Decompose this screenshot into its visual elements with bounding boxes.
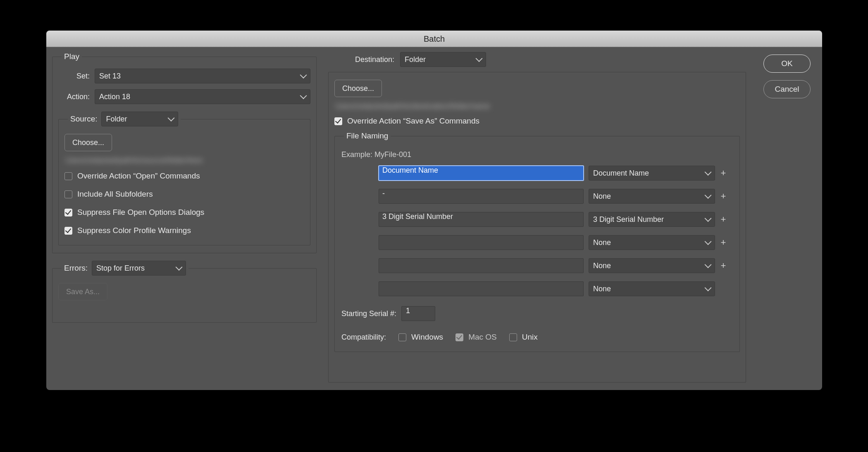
destination-path: Users/redacted/path/to/destination/folde… <box>335 102 740 111</box>
naming-grid: Document NameDocument Name+-None+3 Digit… <box>379 166 734 296</box>
checkbox-icon <box>64 227 72 235</box>
file-naming-group: File Naming Example: MyFile-001 Document… <box>334 131 740 352</box>
file-naming-legend: File Naming <box>344 131 391 140</box>
checkbox-icon <box>398 333 406 341</box>
source-group: Source: Folder Choose... Users/redacted/… <box>58 112 310 245</box>
naming-type-1[interactable]: None <box>589 189 715 204</box>
compat-windows-label: Windows <box>411 333 443 342</box>
compat-unix-checkbox[interactable]: Unix <box>509 333 538 342</box>
compat-unix-label: Unix <box>522 333 538 342</box>
set-select[interactable]: Set 13 <box>95 69 310 83</box>
dialog-title: Batch <box>46 31 822 47</box>
naming-type-4[interactable]: None <box>589 258 715 273</box>
source-select[interactable]: Folder <box>101 112 178 126</box>
errors-group: Errors: Stop for Errors Save As... <box>52 261 317 323</box>
naming-type-3[interactable]: None <box>589 235 715 250</box>
source-legend-wrap: Source: Folder <box>68 112 181 126</box>
source-value: Folder <box>106 115 127 124</box>
play-group: Play Set: Set 13 Action: Action 18 <box>52 52 317 253</box>
checkbox-icon <box>334 117 342 125</box>
naming-text-2[interactable]: 3 Digit Serial Number <box>379 212 584 227</box>
suppress-dialogs-checkbox[interactable]: Suppress File Open Options Dialogs <box>64 208 304 217</box>
starting-serial-label: Starting Serial #: <box>341 309 396 318</box>
set-value: Set 13 <box>99 72 121 81</box>
cancel-button[interactable]: Cancel <box>763 80 811 98</box>
naming-plus-3[interactable]: + <box>720 237 727 248</box>
naming-type-5[interactable]: None <box>589 281 715 296</box>
naming-text-3[interactable] <box>379 235 584 250</box>
naming-text-4[interactable] <box>379 258 584 273</box>
errors-legend-wrap: Errors: Stop for Errors <box>62 261 188 276</box>
include-subfolders-checkbox[interactable]: Include All Subfolders <box>64 190 304 199</box>
compat-mac-checkbox: Mac OS <box>455 333 497 342</box>
naming-type-0[interactable]: Document Name <box>589 166 715 181</box>
source-path: Users/redacted/path/to/source/folder/her… <box>65 156 304 165</box>
errors-label: Errors: <box>64 264 88 273</box>
override-saveas-checkbox[interactable]: Override Action “Save As” Commands <box>334 117 479 126</box>
save-as-button[interactable]: Save As... <box>58 283 107 300</box>
source-label: Source: <box>70 114 97 124</box>
naming-text-0[interactable]: Document Name <box>379 166 584 181</box>
naming-text-1[interactable]: - <box>379 189 584 204</box>
right-column: OK Cancel <box>758 52 816 384</box>
compatibility-label: Compatibility: <box>341 333 386 342</box>
starting-serial-input[interactable]: 1 <box>401 306 435 321</box>
naming-plus-2[interactable]: + <box>720 214 727 225</box>
compat-mac-label: Mac OS <box>468 333 497 342</box>
override-saveas-label: Override Action “Save As” Commands <box>347 117 479 126</box>
play-legend: Play <box>62 52 82 61</box>
destination-label: Destination: <box>332 55 394 64</box>
naming-text-5[interactable] <box>379 281 584 296</box>
example-text: Example: MyFile-001 <box>341 150 734 159</box>
include-subfolders-label: Include All Subfolders <box>77 190 153 199</box>
errors-select[interactable]: Stop for Errors <box>92 261 186 276</box>
override-open-label: Override Action “Open” Commands <box>77 171 200 181</box>
action-label: Action: <box>58 93 90 101</box>
set-label: Set: <box>58 72 90 81</box>
destination-select[interactable]: Folder <box>400 52 486 67</box>
action-select[interactable]: Action 18 <box>95 89 310 104</box>
override-open-checkbox[interactable]: Override Action “Open” Commands <box>64 171 304 181</box>
naming-plus-1[interactable]: + <box>720 191 727 202</box>
action-value: Action 18 <box>99 93 130 101</box>
left-column: Play Set: Set 13 Action: Action 18 <box>52 52 317 384</box>
source-choose-button[interactable]: Choose... <box>64 134 112 151</box>
checkbox-icon <box>64 190 72 198</box>
checkbox-icon <box>455 333 463 341</box>
checkbox-icon <box>64 209 72 216</box>
destination-value: Folder <box>405 55 426 64</box>
middle-column: Destination: Folder Choose... Users/reda… <box>328 52 746 384</box>
errors-value: Stop for Errors <box>96 264 145 273</box>
source-options: Override Action “Open” Commands Include … <box>64 169 304 238</box>
suppress-color-checkbox[interactable]: Suppress Color Profile Warnings <box>64 226 304 235</box>
destination-group: Choose... Users/redacted/path/to/destina… <box>328 72 746 383</box>
suppress-color-label: Suppress Color Profile Warnings <box>77 226 191 235</box>
naming-type-2[interactable]: 3 Digit Serial Number <box>589 212 715 227</box>
compat-windows-checkbox[interactable]: Windows <box>398 333 443 342</box>
naming-plus-0[interactable]: + <box>720 168 727 178</box>
batch-dialog: Batch Play Set: Set 13 Action: Action 18 <box>46 31 822 390</box>
suppress-dialogs-label: Suppress File Open Options Dialogs <box>77 208 204 217</box>
ok-button[interactable]: OK <box>763 55 811 73</box>
checkbox-icon <box>64 172 72 180</box>
destination-choose-button[interactable]: Choose... <box>334 80 382 97</box>
naming-plus-4[interactable]: + <box>720 260 727 271</box>
checkbox-icon <box>509 333 517 341</box>
